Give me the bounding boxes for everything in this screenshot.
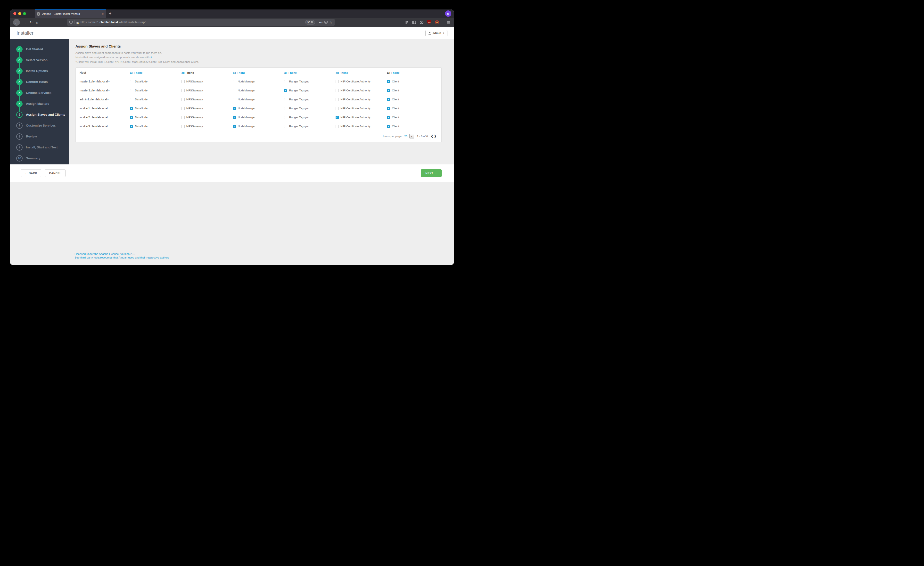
page-actions-icon[interactable]: ••• bbox=[319, 21, 323, 24]
unchecked-checkbox-nfsgateway[interactable] bbox=[182, 116, 184, 119]
step-main-panel: Assign Slaves and Clients Assign slave a… bbox=[69, 39, 454, 165]
sidebar-step-assign-slaves-and-clients[interactable]: 6Assign Slaves and Clients bbox=[10, 109, 69, 120]
checked-checkbox-client[interactable]: ✓ bbox=[387, 116, 390, 119]
checked-checkbox-datanode[interactable]: ✓ bbox=[130, 125, 133, 128]
unchecked-checkbox-datanode[interactable] bbox=[130, 80, 133, 83]
unchecked-checkbox-nifi-certificate-authority[interactable] bbox=[336, 80, 339, 83]
select-all-link[interactable]: all bbox=[182, 71, 184, 74]
select-none-link[interactable]: none bbox=[136, 71, 142, 74]
component-cell: DataNode bbox=[130, 86, 181, 95]
component-cell: NFSGateway bbox=[181, 95, 232, 104]
sidebar-step-review[interactable]: 8Review bbox=[10, 131, 69, 142]
unchecked-checkbox-ranger-tagsync[interactable] bbox=[284, 116, 287, 119]
component-label: NFSGateway bbox=[186, 107, 203, 110]
extension-disabled-icon[interactable] bbox=[435, 20, 439, 24]
url-bar[interactable]: ▲ https://admin1.clemlab.local:7443/#/in… bbox=[67, 19, 334, 26]
unchecked-checkbox-nfsgateway[interactable] bbox=[182, 89, 184, 92]
select-all-link[interactable]: all bbox=[284, 71, 287, 74]
unchecked-checkbox-nfsgateway[interactable] bbox=[182, 125, 184, 128]
unchecked-checkbox-nifi-certificate-authority[interactable] bbox=[336, 89, 339, 92]
close-window-button[interactable] bbox=[14, 12, 16, 15]
checked-checkbox-datanode[interactable]: ✓ bbox=[130, 107, 133, 110]
unchecked-checkbox-nodemanager[interactable] bbox=[233, 89, 236, 92]
lock-warning-icon[interactable]: ▲ bbox=[76, 21, 79, 24]
unchecked-checkbox-ranger-tagsync[interactable] bbox=[284, 107, 287, 110]
select-none-link[interactable]: none bbox=[341, 71, 348, 74]
unchecked-checkbox-nifi-certificate-authority[interactable] bbox=[336, 125, 339, 128]
tracking-protection-shield-icon[interactable] bbox=[69, 21, 72, 24]
checked-checkbox-datanode[interactable]: ✓ bbox=[130, 116, 133, 119]
new-tab-button[interactable]: + bbox=[106, 9, 114, 18]
component-label: Ranger Tagsync bbox=[289, 98, 309, 101]
component-label: NiFi Certificate Authority bbox=[340, 107, 370, 110]
component-cell: ✓Client bbox=[387, 122, 438, 131]
shield-check-icon[interactable] bbox=[324, 21, 328, 24]
back-step-button[interactable]: ← BACK bbox=[21, 169, 41, 177]
unchecked-checkbox-nifi-certificate-authority[interactable] bbox=[336, 107, 339, 110]
unchecked-checkbox-nifi-certificate-authority[interactable] bbox=[336, 98, 339, 101]
tab-close-icon[interactable]: × bbox=[101, 12, 104, 16]
minimize-window-button[interactable] bbox=[18, 12, 21, 15]
unchecked-checkbox-nfsgateway[interactable] bbox=[182, 107, 184, 110]
items-per-page-label: Items per page: bbox=[383, 135, 402, 138]
next-step-button[interactable]: NEXT → bbox=[421, 169, 442, 177]
unchecked-checkbox-ranger-tagsync[interactable] bbox=[284, 98, 287, 101]
unchecked-checkbox-nfsgateway[interactable] bbox=[182, 80, 184, 83]
home-button[interactable]: ⌂ bbox=[36, 20, 38, 24]
bookmark-star-icon[interactable]: ☆ bbox=[329, 20, 332, 24]
checked-checkbox-nifi-certificate-authority[interactable]: ✓ bbox=[336, 116, 339, 119]
master-asterisk-icon: ✳ bbox=[108, 80, 110, 83]
select-none-link[interactable]: none bbox=[290, 71, 297, 74]
unchecked-checkbox-nfsgateway[interactable] bbox=[182, 98, 184, 101]
zoom-window-button[interactable] bbox=[23, 12, 26, 15]
forward-button[interactable]: → bbox=[22, 20, 26, 24]
items-per-page-value[interactable]: 25 bbox=[404, 135, 407, 138]
back-button[interactable]: ← bbox=[13, 19, 20, 26]
checked-checkbox-client[interactable]: ✓ bbox=[387, 98, 390, 101]
checked-checkbox-client[interactable]: ✓ bbox=[387, 89, 390, 92]
sidebar-step-customize-services[interactable]: 7Customize Services bbox=[10, 120, 69, 131]
previous-page-icon[interactable]: ❮ bbox=[431, 134, 434, 138]
library-icon[interactable] bbox=[405, 21, 408, 24]
third-party-tools-link[interactable]: See third-party tools/resources that Amb… bbox=[75, 256, 170, 259]
select-none-link[interactable]: none bbox=[393, 71, 399, 74]
page-zoom-indicator[interactable]: 90 % bbox=[305, 20, 315, 24]
ublock-origin-icon[interactable]: uO bbox=[427, 20, 431, 24]
checked-checkbox-client[interactable]: ✓ bbox=[387, 107, 390, 110]
checked-checkbox-nodemanager[interactable]: ✓ bbox=[233, 107, 236, 110]
checked-checkbox-nodemanager[interactable]: ✓ bbox=[233, 116, 236, 119]
component-cell: NFSGateway bbox=[181, 104, 232, 113]
private-browsing-icon: ∞ bbox=[445, 10, 452, 17]
checked-checkbox-nodemanager[interactable]: ✓ bbox=[233, 125, 236, 128]
cancel-button[interactable]: CANCEL bbox=[45, 169, 65, 177]
account-icon[interactable] bbox=[420, 21, 423, 24]
sidebar-step-summary[interactable]: 10Summary bbox=[10, 153, 69, 164]
checked-checkbox-client[interactable]: ✓ bbox=[387, 80, 390, 83]
reload-button[interactable]: ↻ bbox=[30, 20, 33, 24]
apache-license-link[interactable]: Licensed under the Apache License, Versi… bbox=[75, 252, 170, 255]
host-column-header[interactable]: Host bbox=[79, 68, 130, 77]
unchecked-checkbox-nodemanager[interactable] bbox=[233, 98, 236, 101]
url-text[interactable]: https://admin1.clemlab.local:7443/#/inst… bbox=[81, 21, 147, 24]
unchecked-checkbox-datanode[interactable] bbox=[130, 89, 133, 92]
unchecked-checkbox-nodemanager[interactable] bbox=[233, 80, 236, 83]
sidebar-step-install-start-and-test[interactable]: 9Install, Start and Test bbox=[10, 142, 69, 153]
unchecked-checkbox-ranger-tagsync[interactable] bbox=[284, 80, 287, 83]
sidebars-icon[interactable] bbox=[412, 21, 416, 24]
menu-hamburger-icon[interactable] bbox=[447, 21, 450, 24]
select-all-link[interactable]: all bbox=[336, 71, 339, 74]
component-cell: NodeManager bbox=[232, 86, 284, 95]
items-per-page-dropdown[interactable]: ▼ bbox=[410, 134, 414, 138]
checked-checkbox-client[interactable]: ✓ bbox=[387, 125, 390, 128]
checked-checkbox-ranger-tagsync[interactable]: ✓ bbox=[284, 89, 287, 92]
component-label: Client bbox=[392, 107, 399, 110]
select-all-link[interactable]: all bbox=[130, 71, 133, 74]
select-all-link[interactable]: all bbox=[233, 71, 236, 74]
user-menu-button[interactable]: admin ▼ bbox=[425, 30, 447, 36]
next-page-icon[interactable]: ❯ bbox=[434, 134, 437, 138]
component-label: NiFi Certificate Authority bbox=[340, 116, 370, 119]
select-none-link[interactable]: none bbox=[238, 71, 245, 74]
unchecked-checkbox-datanode[interactable] bbox=[130, 98, 133, 101]
tab-ambari[interactable]: ▲ Ambari - Cluster Install Wizard × bbox=[35, 9, 106, 18]
unchecked-checkbox-ranger-tagsync[interactable] bbox=[284, 125, 287, 128]
